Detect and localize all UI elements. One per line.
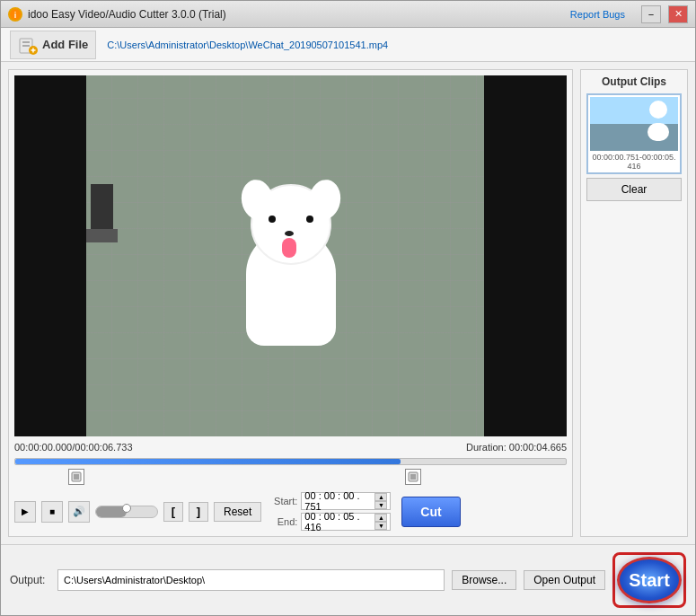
svg-rect-3 xyxy=(22,41,30,43)
add-file-label: Add File xyxy=(42,38,88,51)
duration-display: Duration: 00:00:04.665 xyxy=(466,442,567,453)
clip-thumbnail[interactable]: 00:00:00.751-00:00:05.416 xyxy=(586,93,682,174)
stop-icon: ■ xyxy=(49,506,55,516)
start-time-input[interactable]: 00 : 00 : 00 . 751 ▲ ▼ xyxy=(301,492,391,510)
output-clips-title: Output Clips xyxy=(586,75,682,88)
stop-button[interactable]: ■ xyxy=(41,501,63,523)
start-time-down[interactable]: ▼ xyxy=(374,501,387,509)
video-time-bar: 00:00:00.000/00:00:06.733 Duration: 00:0… xyxy=(14,440,567,454)
window-title: idoo Easy Video/Audio Cutter 3.0.0 (Tria… xyxy=(28,8,226,21)
file-path: C:\Users\Administrator\Desktop\WeChat_20… xyxy=(107,40,388,50)
app-icon: i xyxy=(8,7,22,22)
timeline-handle-left[interactable] xyxy=(68,469,84,485)
report-bugs-link[interactable]: Report Bugs xyxy=(570,9,625,20)
output-label: Output: xyxy=(10,574,50,586)
volume-icon: 🔊 xyxy=(73,506,85,517)
close-button[interactable]: ✕ xyxy=(668,5,688,23)
play-button[interactable]: ▶ xyxy=(14,501,36,523)
svg-rect-4 xyxy=(22,45,30,47)
end-time-down[interactable]: ▼ xyxy=(374,522,387,530)
time-inputs: Start: 00 : 00 : 00 . 751 ▲ ▼ End: 00 xyxy=(270,492,391,531)
start-button-wrapper: Start xyxy=(612,552,686,608)
clip-timestamp: 00:00:00.751-00:00:05.416 xyxy=(590,153,678,171)
video-frame xyxy=(14,75,567,436)
timeline-handle-right[interactable] xyxy=(405,469,421,485)
reset-button[interactable]: Reset xyxy=(214,502,261,522)
browse-button[interactable]: Browse... xyxy=(452,570,516,590)
start-label: Start: xyxy=(270,496,297,506)
clear-button[interactable]: Clear xyxy=(586,178,682,201)
timeline-handles xyxy=(14,469,567,487)
mark-start-button[interactable]: [ xyxy=(163,502,183,522)
end-time-input[interactable]: 00 : 00 : 05 . 416 ▲ ▼ xyxy=(301,513,391,531)
open-output-button[interactable]: Open Output xyxy=(524,570,605,590)
play-icon: ▶ xyxy=(22,506,29,516)
volume-slider[interactable] xyxy=(95,506,158,518)
current-time: 00:00:00.000/00:00:06.733 xyxy=(14,442,133,453)
cut-button[interactable]: Cut xyxy=(401,497,460,527)
add-file-button[interactable]: Add File xyxy=(10,31,96,59)
output-clips-panel: Output Clips 00:00:00.751-00:0 xyxy=(580,69,688,537)
timeline[interactable] xyxy=(14,458,567,465)
svg-text:i: i xyxy=(14,11,17,20)
end-label: End: xyxy=(270,516,297,527)
output-path-input[interactable] xyxy=(57,569,445,591)
add-file-icon xyxy=(18,35,38,55)
minimize-button[interactable]: − xyxy=(641,5,661,23)
start-button[interactable]: Start xyxy=(617,557,682,603)
end-time-up[interactable]: ▲ xyxy=(374,514,387,522)
svg-rect-7 xyxy=(32,48,34,52)
mark-end-button[interactable]: ] xyxy=(189,502,208,522)
start-time-up[interactable]: ▲ xyxy=(374,493,387,501)
mute-button[interactable]: 🔊 xyxy=(68,501,90,523)
